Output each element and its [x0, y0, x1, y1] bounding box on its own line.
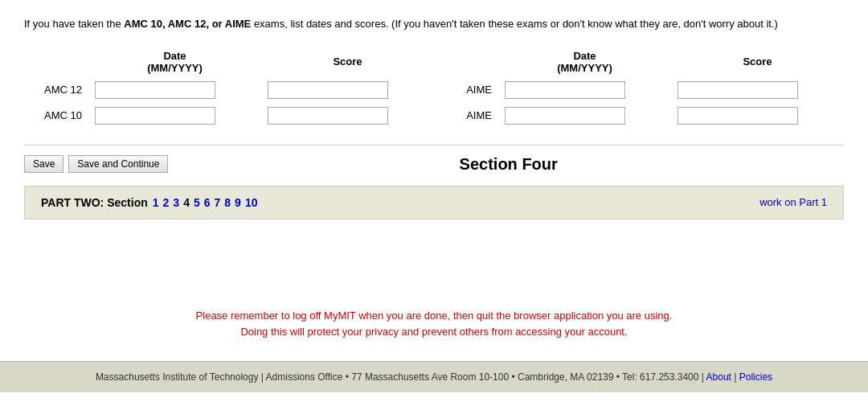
- about-link[interactable]: About: [706, 371, 731, 383]
- part-two-label: PART TWO: Section: [41, 196, 148, 209]
- divider: [24, 145, 844, 146]
- policies-link[interactable]: Policies: [739, 371, 772, 383]
- right-date-header: Date (MM/YYYY): [498, 47, 671, 77]
- aime2-date-input[interactable]: [505, 107, 625, 125]
- footer: Massachusetts Institute of Technology | …: [0, 361, 868, 392]
- right-score-header: Score: [671, 47, 844, 77]
- action-row: Save Save and Continue Section Four: [24, 155, 844, 174]
- aime1-label: AIME: [434, 77, 498, 103]
- nav-page-6[interactable]: 6: [204, 196, 211, 209]
- amc12-score-input[interactable]: [268, 81, 388, 99]
- nav-page-7[interactable]: 7: [215, 196, 221, 209]
- footer-pipe: |: [734, 371, 736, 383]
- reminder-line1: Please remember to log off MyMIT when yo…: [24, 308, 844, 325]
- aime1-score-input[interactable]: [678, 81, 798, 99]
- reminder-section: Please remember to log off MyMIT when yo…: [24, 308, 844, 342]
- spacer: [24, 236, 844, 284]
- amc10-label: AMC 10: [24, 103, 88, 129]
- table-row: AMC 10 AIME: [24, 103, 844, 129]
- nav-links: 1 2 3 4 5 6 7 8 9 10: [153, 196, 258, 209]
- intro-text: If you have taken the AMC 10, AMC 12, or…: [24, 16, 844, 32]
- section-title: Section Four: [173, 155, 844, 174]
- nav-page-10[interactable]: 10: [245, 196, 258, 209]
- table-row: AMC 12 AIME: [24, 77, 844, 103]
- left-score-header: Score: [261, 47, 434, 77]
- reminder-line2: Doing this will protect your privacy and…: [24, 324, 844, 341]
- save-button[interactable]: Save: [24, 155, 63, 173]
- aime2-label: AIME: [434, 103, 498, 129]
- save-continue-button[interactable]: Save and Continue: [68, 155, 168, 173]
- nav-page-3[interactable]: 3: [173, 196, 179, 209]
- amc12-date-input[interactable]: [95, 81, 215, 99]
- nav-part-label: PART TWO: Section 1 2 3 4 5 6 7 8 9 10: [41, 196, 257, 209]
- footer-text: Massachusetts Institute of Technology | …: [96, 371, 704, 383]
- amc12-label: AMC 12: [24, 77, 88, 103]
- aime2-score-input[interactable]: [678, 107, 798, 125]
- nav-page-2[interactable]: 2: [163, 196, 170, 209]
- nav-page-8[interactable]: 8: [224, 196, 231, 209]
- left-date-header: Date (MM/YYYY): [88, 47, 261, 77]
- work-on-part-link[interactable]: work on Part 1: [760, 196, 827, 208]
- nav-page-4-plain: 4: [183, 196, 190, 209]
- amc10-score-input[interactable]: [268, 107, 388, 125]
- amc10-date-input[interactable]: [95, 107, 215, 125]
- nav-page-5[interactable]: 5: [194, 196, 200, 209]
- aime1-date-input[interactable]: [505, 81, 625, 99]
- nav-page-1[interactable]: 1: [153, 196, 159, 209]
- exam-scores-table: Date (MM/YYYY) Score Date (MM/YYYY) Scor…: [24, 47, 844, 129]
- nav-bar: PART TWO: Section 1 2 3 4 5 6 7 8 9 10 w…: [24, 186, 844, 219]
- nav-page-9[interactable]: 9: [235, 196, 241, 209]
